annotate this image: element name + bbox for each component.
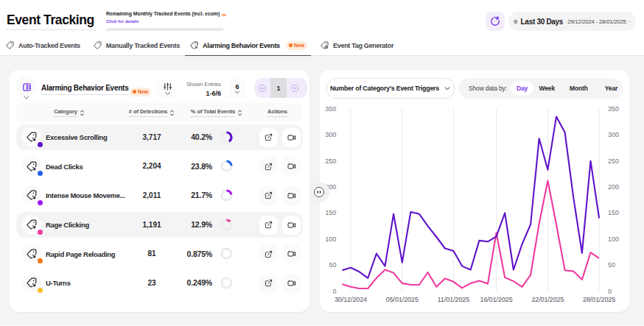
svg-text:150: 150 — [608, 209, 619, 216]
svg-text:30/12/2024: 30/12/2024 — [335, 296, 367, 303]
svg-text:16/01/2025: 16/01/2025 — [480, 296, 513, 303]
svg-text:0: 0 — [332, 288, 336, 295]
svg-text:100: 100 — [608, 235, 619, 243]
svg-text:350: 350 — [608, 106, 619, 113]
svg-text:0: 0 — [608, 288, 612, 295]
svg-text:350: 350 — [325, 106, 336, 113]
svg-text:05/01/2025: 05/01/2025 — [386, 296, 419, 303]
svg-text:28/01/2025: 28/01/2025 — [583, 296, 615, 303]
svg-text:300: 300 — [608, 131, 619, 138]
svg-text:50: 50 — [329, 261, 336, 269]
svg-text:250: 250 — [608, 157, 619, 165]
svg-text:22/01/2025: 22/01/2025 — [531, 296, 564, 303]
svg-text:50: 50 — [608, 261, 615, 269]
svg-text:300: 300 — [325, 131, 336, 138]
svg-text:150: 150 — [325, 209, 336, 216]
svg-text:100: 100 — [325, 235, 336, 243]
svg-text:200: 200 — [608, 183, 619, 191]
svg-text:11/01/2025: 11/01/2025 — [438, 296, 469, 303]
svg-text:250: 250 — [325, 157, 336, 165]
